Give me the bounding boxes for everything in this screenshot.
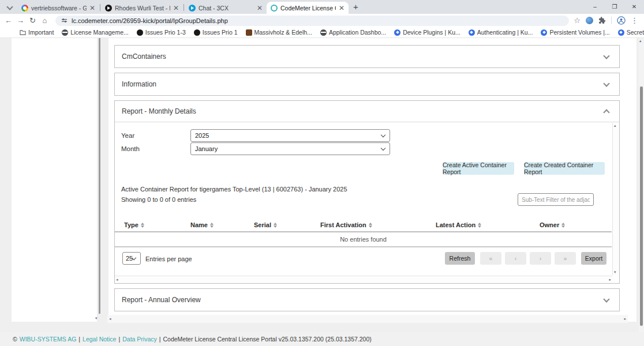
export-button[interactable]: Export	[581, 252, 606, 265]
tab-chat-3cx[interactable]: Chat - 3CX ✕	[185, 2, 267, 14]
refresh-button[interactable]: Refresh	[445, 252, 475, 265]
address-bar-actions: ☆ ⋮	[574, 16, 644, 25]
bookmark-massivholz[interactable]: Massivholz & Edelh...	[246, 29, 312, 36]
next-page-button[interactable]: ›	[530, 252, 551, 265]
separator: |	[118, 336, 120, 343]
frame-horizontal-scrollbar[interactable]: ◂ ▸	[107, 315, 628, 323]
scroll-up-icon[interactable]: ▴	[639, 39, 642, 43]
column-header-owner[interactable]: Owner	[540, 221, 565, 228]
extension-icon[interactable]	[586, 17, 593, 24]
column-header-serial[interactable]: Serial	[254, 221, 277, 228]
site-settings-icon[interactable]	[61, 17, 68, 24]
url-input[interactable]: lc.codemeter.com/26959-kick/portal/IpGro…	[55, 16, 569, 26]
forward-icon[interactable]: →	[14, 16, 27, 25]
tab-rhodes-wurli[interactable]: Rhodes Wurli Test - Bonedo ✕	[101, 2, 183, 14]
scrollbar-thumb[interactable]	[640, 86, 643, 326]
chrome-menu-icon[interactable]: ⋮	[631, 16, 638, 25]
bookmark-star-icon[interactable]: ☆	[574, 16, 581, 25]
scroll-left-icon[interactable]: ◂	[116, 277, 118, 282]
tab-close-icon[interactable]: ✕	[257, 5, 263, 12]
scroll-down-icon[interactable]: ▾	[95, 316, 98, 321]
create-created-container-report-button[interactable]: Create Created Container Report	[524, 162, 605, 175]
bookmark-issues-prio-1-3[interactable]: Issues Prio 1-3	[137, 29, 186, 36]
legal-notice-link[interactable]: Legal Notice	[83, 336, 116, 343]
last-page-button[interactable]: »	[555, 252, 576, 265]
scroll-right-icon[interactable]: ▸	[609, 277, 611, 282]
left-frame-scrollbar[interactable]: ▾	[97, 38, 103, 322]
accordion-annual-overview[interactable]: Report - Annual Overview	[114, 288, 620, 311]
data-privacy-link[interactable]: Data Privacy	[122, 336, 157, 343]
panel-horizontal-scrollbar[interactable]: ◂ ▸	[115, 276, 612, 283]
bookmark-important[interactable]: Important	[20, 29, 54, 36]
accordion-information[interactable]: Information	[114, 73, 620, 96]
tab-close-icon[interactable]: ✕	[339, 5, 345, 12]
profile-avatar-icon[interactable]	[617, 16, 626, 25]
home-icon[interactable]: ⌂	[39, 16, 51, 25]
accordion-title: Report - Monthly Details	[122, 107, 196, 115]
window-vertical-scrollbar[interactable]: ▴	[639, 38, 644, 346]
column-header-type[interactable]: Type	[124, 221, 144, 228]
bookmark-application-dashboard[interactable]: Application Dashbo...	[320, 29, 386, 36]
sort-icon	[369, 223, 372, 228]
column-header-latest-action[interactable]: Latest Action	[436, 221, 481, 228]
url-text: lc.codemeter.com/26959-kick/portal/IpGro…	[72, 17, 228, 24]
month-select[interactable]: January	[190, 142, 390, 155]
tab-close-icon[interactable]: ✕	[89, 5, 95, 12]
accordion-monthly-details[interactable]: Report - Monthly Details	[114, 100, 620, 122]
back-icon[interactable]: ←	[2, 16, 14, 25]
window-controls: – ❐ ✕	[585, 0, 644, 13]
year-select[interactable]: 2025	[190, 129, 390, 142]
reload-icon[interactable]: ↻	[27, 16, 39, 25]
sort-icon	[478, 223, 481, 228]
globe-icon	[62, 29, 68, 36]
create-active-container-report-button[interactable]: Create Active Container Report	[443, 162, 514, 175]
scroll-right-icon[interactable]: ▸	[624, 317, 626, 321]
tab-separator	[100, 4, 100, 11]
left-navigation-frame	[12, 38, 97, 322]
extensions-puzzle-icon[interactable]	[598, 17, 606, 24]
report-title: Active Container Report for tigergames T…	[121, 186, 347, 193]
restore-button[interactable]: ❐	[605, 0, 624, 13]
accordion-cmcontainers[interactable]: CmContainers	[114, 45, 620, 68]
new-tab-button[interactable]: +	[353, 2, 358, 12]
bookmark-secrets-kubernetes[interactable]: Secrets | Kubernetes	[618, 29, 644, 36]
tab-label: CodeMeter License Central Lic...	[280, 5, 336, 12]
bookmark-authenticating[interactable]: Authenticating | Ku...	[469, 29, 533, 36]
previous-page-button[interactable]: ‹	[505, 252, 526, 265]
panel-vertical-scrollbar[interactable]: ▴ ▾	[612, 123, 619, 275]
sort-icon	[141, 223, 144, 228]
scroll-up-icon[interactable]: ▴	[614, 123, 616, 128]
column-header-name[interactable]: Name	[190, 221, 214, 228]
browser-window: vertriebssoftware - Google Suc... ✕ Rhod…	[0, 0, 644, 346]
page-size-select[interactable]: 25	[122, 252, 141, 265]
bookmark-device-plugins[interactable]: Device Plugins | Ku...	[394, 29, 460, 36]
bookmark-persistent-volumes[interactable]: Persistent Volumes |...	[541, 29, 609, 36]
close-button[interactable]: ✕	[624, 0, 644, 13]
scrollbar-thumb[interactable]	[99, 38, 100, 314]
tab-label: Chat - 3CX	[199, 5, 254, 12]
bookmark-issues-prio-1[interactable]: Issues Prio 1	[194, 29, 238, 36]
scroll-down-icon[interactable]: ▾	[614, 270, 616, 274]
kubernetes-icon	[618, 29, 624, 36]
tab-search-chevron-icon[interactable]	[5, 2, 15, 13]
tab-vertriebssoftware[interactable]: vertriebssoftware - Google Suc... ✕	[17, 2, 99, 14]
github-icon	[194, 29, 200, 36]
scroll-left-icon[interactable]: ◂	[109, 317, 111, 321]
month-label: Month	[121, 145, 140, 152]
portal-version-text: CodeMeter License Central License Portal…	[163, 336, 371, 343]
accordion-title: Information	[122, 80, 156, 88]
minimize-button[interactable]: –	[585, 0, 605, 13]
bookmark-license-management[interactable]: License Manageme...	[62, 29, 128, 36]
first-page-button[interactable]: «	[480, 252, 501, 265]
tab-codemeter-active[interactable]: CodeMeter License Central Lic... ✕	[267, 2, 349, 14]
divider	[611, 17, 612, 24]
subtext-filter-input[interactable]	[518, 193, 594, 206]
bookmarks-bar: Important License Manageme... Issues Pri…	[0, 27, 644, 38]
tab-close-icon[interactable]: ✕	[173, 5, 179, 12]
empty-table-message: No entries found	[115, 236, 612, 243]
column-header-first-activation[interactable]: First Activation	[320, 221, 372, 228]
table-bottom-divider	[115, 246, 612, 247]
accordion-title: Report - Annual Overview	[122, 296, 201, 304]
wibu-systems-link[interactable]: WIBU-SYSTEMS AG	[20, 336, 77, 343]
kubernetes-icon	[541, 29, 547, 36]
